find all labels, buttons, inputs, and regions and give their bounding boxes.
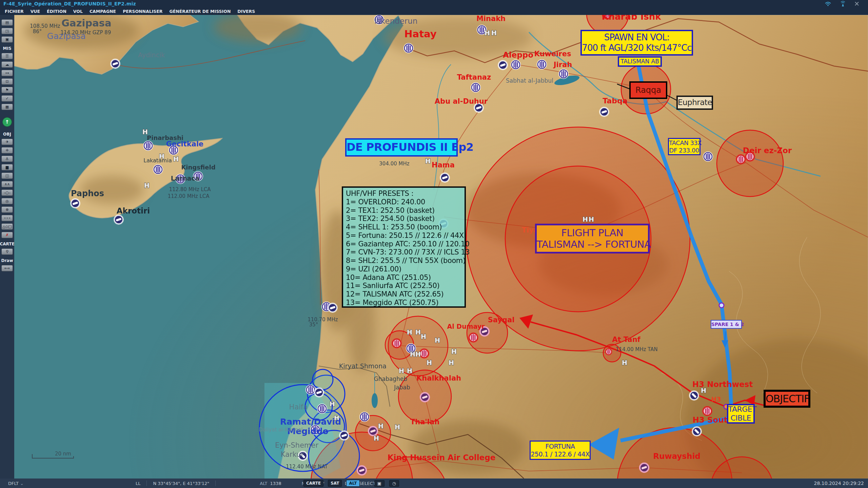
presets-panel-line: 3= TEX2: 254.50 (basket) xyxy=(346,215,462,223)
airfield-icon-open[interactable] xyxy=(306,385,315,394)
airfield-icon-enemy[interactable] xyxy=(392,339,401,348)
alt-label: ALT xyxy=(260,481,267,486)
map-key-button[interactable]: ⚲ xyxy=(1,248,13,255)
measure-button[interactable]: ⟷ xyxy=(1,265,13,271)
add-fortification-button[interactable]: ∧∧ xyxy=(1,181,13,187)
airfield-icon-open[interactable] xyxy=(537,60,547,69)
map-label: Lakatamia xyxy=(143,157,172,164)
route-tool-button[interactable]: –○– xyxy=(1,189,13,196)
spare-arrow-line xyxy=(725,331,726,342)
airfield-icon-enemy[interactable] xyxy=(605,348,612,355)
menu-item-0[interactable]: FICHIER xyxy=(5,9,24,14)
airfield-icon-enemy[interactable] xyxy=(469,333,478,342)
airfield-icon-closed[interactable] xyxy=(440,173,450,182)
bullseye-button[interactable]: ◎ xyxy=(1,198,13,204)
navaid-frequency-label: 114.00 MHz TAN xyxy=(616,346,658,352)
helipad-icon: H xyxy=(407,328,412,336)
layer-toggle-carte[interactable]: CARTE xyxy=(303,480,323,487)
airfield-icon-open[interactable] xyxy=(404,43,413,53)
airfield-icon-open[interactable] xyxy=(317,404,327,413)
add-helicopter-button[interactable]: ✛ xyxy=(1,147,13,154)
map-label: Minakh xyxy=(476,15,506,23)
modules-button[interactable]: ▦ xyxy=(1,104,13,110)
add-vehicle-button[interactable]: ▆ xyxy=(1,164,13,170)
presets-panel-line: 8= SHL2: 255.5 // TCN 55X (boom) xyxy=(346,257,462,265)
airfield-icon-enemy[interactable] xyxy=(419,349,429,358)
map-label: Kuweires xyxy=(534,50,571,58)
airfield-icon-closedpink[interactable] xyxy=(639,463,649,472)
flight-plan-callout-line: TALISMAN --> FORTUNA xyxy=(537,239,648,250)
airfield-icon-closed[interactable] xyxy=(328,303,337,312)
map-label: Eyn-Shemer xyxy=(275,441,319,449)
airfield-icon-open[interactable] xyxy=(559,69,568,79)
restricted-zone-button[interactable]: ⊗ xyxy=(1,206,13,213)
airfield-icon-open[interactable] xyxy=(703,152,713,161)
waypoint-marker[interactable] xyxy=(719,303,724,308)
profile-selector[interactable]: DFLT ⌄ xyxy=(8,481,24,486)
layer-toggle-alt[interactable]: ALT xyxy=(346,480,359,487)
shapes-button[interactable]: △◇□ xyxy=(1,223,13,230)
menu-item-4[interactable]: CAMPAGNE xyxy=(90,9,116,14)
open-mission-button[interactable]: ◳ xyxy=(1,28,13,34)
delete-button[interactable]: ✗ xyxy=(1,232,13,238)
menu-item-3[interactable]: VOL xyxy=(73,9,83,14)
validate-button[interactable]: ✓ xyxy=(1,95,13,102)
menu-item-5[interactable]: PERSONNALISER xyxy=(123,9,162,14)
map-label: Aydincik xyxy=(138,51,165,59)
airfield-icon-open[interactable] xyxy=(360,412,369,422)
helipad-icon: H xyxy=(485,29,490,37)
airfield-icon-closed[interactable] xyxy=(71,199,80,208)
zones-button[interactable]: ∘∘∘ xyxy=(1,215,13,221)
add-aircraft-button[interactable]: ✈ xyxy=(1,139,13,145)
goals-button[interactable]: ⊡ xyxy=(1,78,13,85)
map-label: At Tanf xyxy=(612,336,640,344)
new-mission-button[interactable]: ▤ xyxy=(1,19,13,26)
map-label: Haifa xyxy=(289,403,308,411)
add-static-button[interactable]: ◫ xyxy=(1,172,13,179)
menu-item-6[interactable]: GÉNÉRATEUR DE MISSION xyxy=(170,9,231,14)
menu-item-2[interactable]: ÉDITION xyxy=(47,9,66,14)
airfield-icon-closed[interactable] xyxy=(498,60,508,70)
weather-button[interactable]: ☁ xyxy=(1,61,13,68)
airfield-icon-closeddiag[interactable] xyxy=(689,391,699,400)
clock-toggle[interactable]: ◷ xyxy=(389,480,399,487)
title-bar: F-4E_Syrie_Opération_DE_PROFUNDIS_II_EP2… xyxy=(0,0,868,7)
airfield-icon-closedpink[interactable] xyxy=(357,466,367,475)
airfield-icon-open[interactable] xyxy=(471,83,480,92)
briefing-button[interactable]: ☰ xyxy=(1,53,13,59)
save-mission-button[interactable]: ▣ xyxy=(1,36,13,43)
menu-item-7[interactable]: DIVERS xyxy=(237,9,255,14)
airfield-icon-closed[interactable] xyxy=(314,388,324,397)
layer-toggle-sat[interactable]: SAT xyxy=(328,480,342,487)
menu-item-1[interactable]: VUE xyxy=(31,9,40,14)
helipad-icon: H xyxy=(144,182,150,189)
talisman-ab-label-line: TALISMAN AB xyxy=(619,58,660,65)
alt-value: 1338 xyxy=(270,481,281,486)
coord-mode-label[interactable]: LL xyxy=(136,481,141,486)
presets-panel-line: UHF/VHF PRESETS : xyxy=(346,189,462,198)
airfield-icon-open[interactable] xyxy=(511,60,520,69)
airfield-icon-closed[interactable] xyxy=(339,431,349,440)
sidebar-section-obj: OBJ xyxy=(3,132,11,137)
fly-mission-button[interactable]: ↑ xyxy=(2,117,12,127)
add-ship-button[interactable]: ⚓ xyxy=(1,156,13,162)
airfield-icon-closed[interactable] xyxy=(599,107,609,117)
presets-panel-line: 9= UZI (261.00) xyxy=(346,265,462,273)
close-icon[interactable] xyxy=(854,1,859,6)
airfield-icon-closed[interactable] xyxy=(111,59,120,68)
map-label: Khalkhalah xyxy=(416,374,461,382)
helipad-icon: H xyxy=(421,333,426,340)
airfield-icon-open[interactable] xyxy=(143,141,153,150)
flags-button[interactable]: ⚑ xyxy=(1,87,13,93)
helipad-icon: H xyxy=(399,367,404,374)
ground-units-toggle[interactable]: ▣ xyxy=(374,480,384,487)
triggers-button[interactable]: ⊶ xyxy=(1,70,13,76)
airfield-icon-open[interactable] xyxy=(153,165,163,174)
cursor-coordinates: N 33°45'34", E 41°33'12" xyxy=(153,481,209,486)
airfield-icon-closeddiag[interactable] xyxy=(692,427,702,436)
map-label: King Hussein Air College xyxy=(388,453,496,462)
airfield-icon-closed[interactable] xyxy=(114,215,123,224)
airfield-icon-enemy[interactable] xyxy=(736,155,746,164)
airfield-icon-enemy[interactable] xyxy=(703,406,712,416)
airfield-icon-closedpink[interactable] xyxy=(420,392,430,402)
